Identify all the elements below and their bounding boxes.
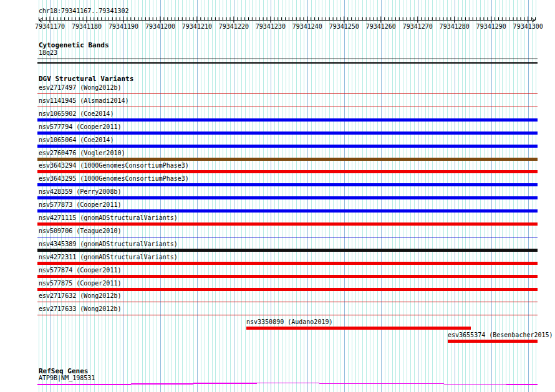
genome-browser-panel: 7934117079341180793411907934120079341210…: [0, 0, 555, 392]
gene-line-segment[interactable]: [444, 384, 506, 385]
gene-line-segment[interactable]: [193, 383, 257, 384]
gene-line-segment[interactable]: [257, 383, 319, 384]
gene-line-segment[interactable]: [131, 383, 193, 385]
gene-line-segment[interactable]: [319, 383, 444, 385]
gene-line-segment[interactable]: [37, 384, 131, 385]
gene-line: [0, 0, 555, 392]
gene-line-segment[interactable]: [506, 384, 538, 385]
